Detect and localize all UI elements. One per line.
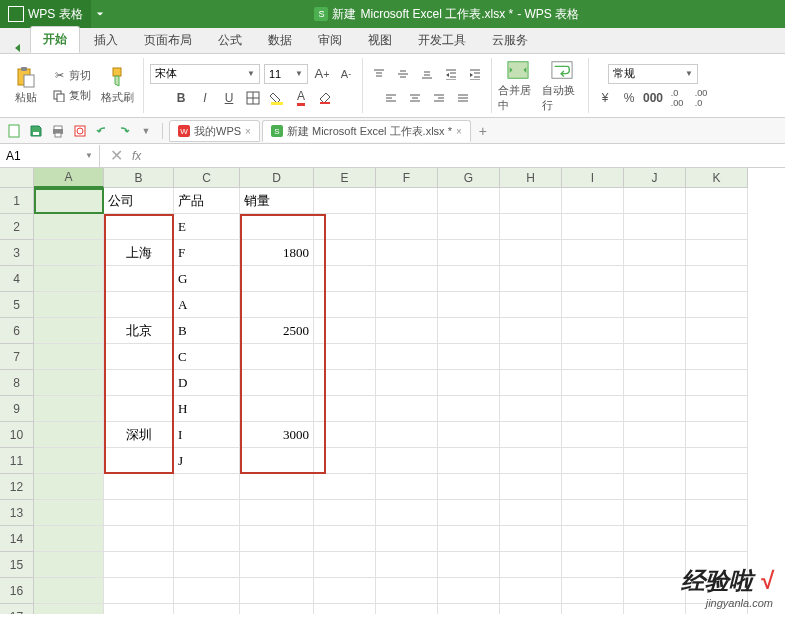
copy-button[interactable]: 复制	[50, 87, 93, 105]
cell-A5[interactable]	[34, 292, 104, 318]
indent-decrease-button[interactable]	[441, 64, 461, 84]
row-header-6[interactable]: 6	[0, 318, 34, 344]
cell-G6[interactable]	[438, 318, 500, 344]
row-header-14[interactable]: 14	[0, 526, 34, 552]
cell-I17[interactable]	[562, 604, 624, 614]
row-header-7[interactable]: 7	[0, 344, 34, 370]
cell-F9[interactable]	[376, 396, 438, 422]
tab-data[interactable]: 数据	[256, 28, 304, 53]
cell-B7[interactable]	[104, 344, 174, 370]
cell-C11[interactable]: J	[174, 448, 240, 474]
clear-format-button[interactable]	[315, 88, 335, 108]
cell-I16[interactable]	[562, 578, 624, 604]
row-header-16[interactable]: 16	[0, 578, 34, 604]
cell-D3[interactable]: 1800	[240, 240, 314, 266]
cell-K13[interactable]	[686, 500, 748, 526]
cell-E16[interactable]	[314, 578, 376, 604]
cell-E2[interactable]	[314, 214, 376, 240]
close-icon[interactable]: ×	[456, 126, 462, 137]
cell-E14[interactable]	[314, 526, 376, 552]
cell-J3[interactable]	[624, 240, 686, 266]
row-header-12[interactable]: 12	[0, 474, 34, 500]
paste-button[interactable]: 粘贴	[6, 58, 46, 114]
cell-K3[interactable]	[686, 240, 748, 266]
qa-undo-icon[interactable]	[92, 121, 112, 141]
cell-I7[interactable]	[562, 344, 624, 370]
cell-E11[interactable]	[314, 448, 376, 474]
cell-C15[interactable]	[174, 552, 240, 578]
cell-I3[interactable]	[562, 240, 624, 266]
cell-D2[interactable]	[240, 214, 314, 240]
cell-K9[interactable]	[686, 396, 748, 422]
cell-H9[interactable]	[500, 396, 562, 422]
qa-preview-icon[interactable]	[70, 121, 90, 141]
cell-D6[interactable]: 2500	[240, 318, 314, 344]
cell-C14[interactable]	[174, 526, 240, 552]
cell-A17[interactable]	[34, 604, 104, 614]
wrap-text-button[interactable]: 自动换行	[542, 58, 582, 114]
cell-G8[interactable]	[438, 370, 500, 396]
cell-D8[interactable]	[240, 370, 314, 396]
col-header-H[interactable]: H	[500, 168, 562, 188]
cell-H5[interactable]	[500, 292, 562, 318]
cell-A15[interactable]	[34, 552, 104, 578]
cell-G11[interactable]	[438, 448, 500, 474]
cell-E6[interactable]	[314, 318, 376, 344]
increase-decimal-button[interactable]: .00.0	[691, 88, 711, 108]
cell-J5[interactable]	[624, 292, 686, 318]
tab-layout[interactable]: 页面布局	[132, 28, 204, 53]
row-header-8[interactable]: 8	[0, 370, 34, 396]
name-box[interactable]: A1 ▼	[0, 145, 100, 167]
tab-insert[interactable]: 插入	[82, 28, 130, 53]
cell-G14[interactable]	[438, 526, 500, 552]
cell-C2[interactable]: E	[174, 214, 240, 240]
cell-I13[interactable]	[562, 500, 624, 526]
doc-tab-current[interactable]: S 新建 Microsoft Excel 工作表.xlsx * ×	[262, 120, 471, 142]
cell-J4[interactable]	[624, 266, 686, 292]
cell-F11[interactable]	[376, 448, 438, 474]
tab-formula[interactable]: 公式	[206, 28, 254, 53]
cell-K5[interactable]	[686, 292, 748, 318]
menu-scroll-left-icon[interactable]	[8, 43, 28, 53]
row-header-17[interactable]: 17	[0, 604, 34, 614]
cell-H6[interactable]	[500, 318, 562, 344]
col-header-D[interactable]: D	[240, 168, 314, 188]
cell-K14[interactable]	[686, 526, 748, 552]
cell-I12[interactable]	[562, 474, 624, 500]
row-header-3[interactable]: 3	[0, 240, 34, 266]
cell-K12[interactable]	[686, 474, 748, 500]
cell-E9[interactable]	[314, 396, 376, 422]
cell-J8[interactable]	[624, 370, 686, 396]
cell-D11[interactable]	[240, 448, 314, 474]
cell-C1[interactable]: 产品	[174, 188, 240, 214]
cell-K11[interactable]	[686, 448, 748, 474]
cell-F4[interactable]	[376, 266, 438, 292]
align-bottom-button[interactable]	[417, 64, 437, 84]
col-header-K[interactable]: K	[686, 168, 748, 188]
col-header-I[interactable]: I	[562, 168, 624, 188]
cell-I9[interactable]	[562, 396, 624, 422]
cell-C4[interactable]: G	[174, 266, 240, 292]
cell-B15[interactable]	[104, 552, 174, 578]
cell-H8[interactable]	[500, 370, 562, 396]
cell-K2[interactable]	[686, 214, 748, 240]
cell-K6[interactable]	[686, 318, 748, 344]
col-header-F[interactable]: F	[376, 168, 438, 188]
cell-G1[interactable]	[438, 188, 500, 214]
row-header-2[interactable]: 2	[0, 214, 34, 240]
col-header-B[interactable]: B	[104, 168, 174, 188]
cell-A11[interactable]	[34, 448, 104, 474]
align-middle-button[interactable]	[393, 64, 413, 84]
cell-E4[interactable]	[314, 266, 376, 292]
cell-J2[interactable]	[624, 214, 686, 240]
cell-I8[interactable]	[562, 370, 624, 396]
cell-A6[interactable]	[34, 318, 104, 344]
cell-H11[interactable]	[500, 448, 562, 474]
cell-H16[interactable]	[500, 578, 562, 604]
cell-H13[interactable]	[500, 500, 562, 526]
percent-button[interactable]: %	[619, 88, 639, 108]
app-logo[interactable]: WPS 表格	[0, 0, 91, 28]
cell-D14[interactable]	[240, 526, 314, 552]
cell-B17[interactable]	[104, 604, 174, 614]
cell-A9[interactable]	[34, 396, 104, 422]
